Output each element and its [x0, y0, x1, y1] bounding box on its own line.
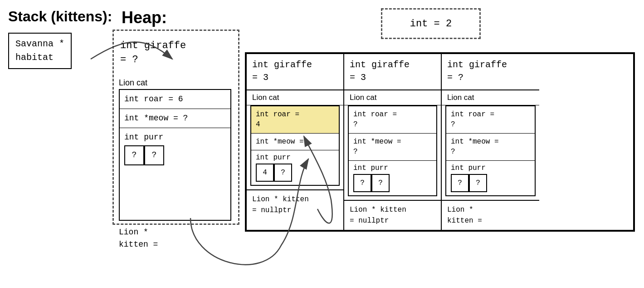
heap-purr-box1: ? [124, 145, 144, 165]
col1-roar-row: int roar =4 [251, 106, 339, 134]
col2-lion-kitten: Lion * kitten= nullptr [344, 200, 441, 230]
stack-label: Stack (kittens): [8, 8, 112, 25]
col2-lion-cat-label: Lion cat [344, 90, 441, 105]
col2-purr-label: int purr [353, 164, 432, 172]
main-table-grid: int giraffe= 3 Lion cat int roar =4 int … [246, 53, 634, 231]
col2-purr-box2: ? [371, 174, 390, 192]
col1-purr-box1: 4 [256, 164, 274, 182]
col1-purr-row: int purr 4 ? [251, 150, 339, 185]
col2-purr-box1: ? [353, 174, 371, 192]
col3-purr-box1: ? [451, 174, 469, 192]
heap-lion-kitten: Lion *kitten = [119, 226, 158, 251]
col2-header: int giraffe= 3 [344, 54, 441, 90]
col3-purr-label: int purr [451, 164, 530, 172]
diagram-container: Stack (kittens): Savanna * habitat Heap:… [0, 0, 644, 288]
col2-inner-box: int roar =? int *meow =? int purr ? ? [348, 105, 437, 196]
col3-purr-row: int purr ? ? [446, 161, 535, 195]
int-two-text: int = 2 [410, 18, 452, 30]
col1-purr-label: int purr [256, 154, 334, 162]
col1-meow-row: int *meow = [251, 134, 339, 150]
stack-line2: habitat [15, 52, 54, 63]
int-two-dashed-box: int = 2 [381, 8, 481, 39]
col-cell-1: int giraffe= 3 Lion cat int roar =4 int … [247, 54, 344, 230]
col3-meow-row: int *meow =? [446, 134, 535, 161]
heap-label: Heap: [122, 8, 167, 27]
col1-inner-box: int roar =4 int *meow = int purr 4 ? [250, 105, 340, 186]
heap-meow-row: int *meow = ? [120, 109, 230, 128]
col1-header: int giraffe= 3 [247, 54, 343, 90]
col3-header: int giraffe= ? [442, 54, 539, 90]
main-table: int giraffe= 3 Lion cat int roar =4 int … [245, 52, 635, 232]
col2-meow-row: int *meow =? [349, 134, 436, 161]
col1-lion-kitten: Lion * kitten= nullptr [247, 189, 343, 219]
col-cell-3: int giraffe= ? Lion cat int roar =? int … [442, 54, 539, 230]
heap-purr-label: int purr [124, 132, 226, 143]
heap-inner-solid-box: int roar = 6 int *meow = ? int purr ? ? [119, 89, 231, 221]
stack-box: Savanna * habitat [8, 33, 72, 69]
col3-purr-box2: ? [469, 174, 487, 192]
heap-lion-cat-label: Lion cat [119, 78, 147, 88]
heap-purr-box2: ? [144, 145, 164, 165]
stack-line1: Savanna * [15, 39, 64, 49]
col3-roar-row: int roar =? [446, 106, 535, 134]
col3-lion-kitten: Lion *kitten = [442, 200, 539, 230]
col3-lion-cat-label: Lion cat [442, 90, 539, 105]
col2-purr-row: int purr ? ? [349, 161, 436, 195]
col3-inner-box: int roar =? int *meow =? int purr ? ? [445, 105, 536, 196]
col1-purr-box2: ? [274, 164, 292, 182]
heap-roar-row: int roar = 6 [120, 90, 230, 109]
heap-purr-row: int purr ? ? [120, 128, 230, 169]
col2-roar-row: int roar =? [349, 106, 436, 134]
heap-giraffe-text: int giraffe= ? [120, 39, 232, 67]
col1-lion-cat-label: Lion cat [247, 90, 343, 105]
col-cell-2: int giraffe= 3 Lion cat int roar =? int … [344, 54, 442, 230]
